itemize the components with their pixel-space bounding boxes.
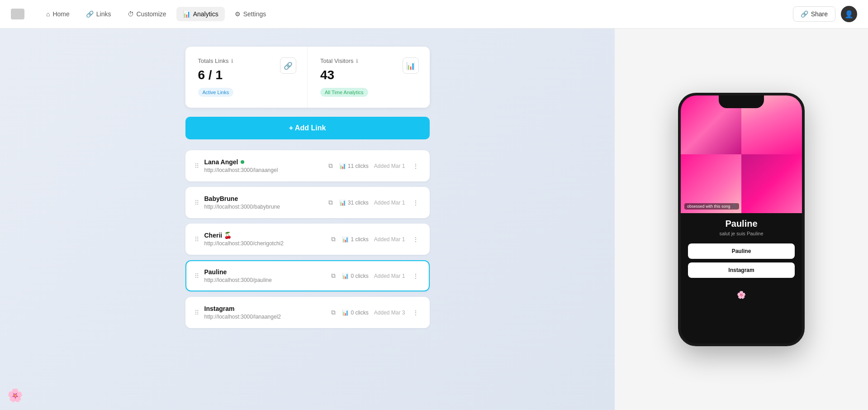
bar-chart-icon: 📊 (339, 200, 346, 206)
stat-card-visitors: Total Visitors ℹ 📊 43 All Time Analytics (308, 47, 430, 108)
nav-label-settings: Settings (243, 10, 266, 18)
clicks-badge: 📊 0 clicks (342, 273, 368, 279)
drag-handle: ⠿ (194, 309, 199, 316)
copy-button[interactable]: ⧉ (327, 160, 335, 172)
clicks-badge: 📊 31 clicks (339, 200, 369, 206)
link-meta: ⧉ 📊 31 clicks (327, 197, 369, 208)
more-button[interactable]: ⋮ (411, 234, 421, 245)
added-date: Added Mar 1 (374, 236, 405, 243)
phone-username: Pauline (688, 219, 795, 229)
copy-button[interactable]: ⧉ (327, 197, 335, 208)
nav-item-home[interactable]: ⌂ Home (40, 7, 76, 21)
nav-item-analytics[interactable]: 📊 Analytics (176, 7, 225, 21)
link-info: Instagram http://localhost:3000/lanaange… (204, 305, 324, 320)
link-info: Pauline http://localhost:3000/pauline (204, 268, 324, 283)
link-item[interactable]: ⠿ Cherii 🍒 http://localhost:3000/cherigo… (185, 224, 430, 255)
link-item[interactable]: ⠿ Lana Angel http://localhost:3000/lanaa… (185, 150, 430, 181)
analytics-icon: 📊 (183, 10, 190, 18)
link-url: http://localhost:3000/lanaangel (204, 167, 321, 173)
info-icon-links: ℹ (231, 58, 233, 64)
copy-button[interactable]: ⧉ (329, 270, 337, 281)
main-layout: Totals Links ℹ 🔗 6 / 1 Active Links Tota… (0, 29, 868, 410)
bottom-left-flower-icon: 🌸 (7, 388, 23, 403)
link-url: http://localhost:3000/babybrune (204, 204, 321, 210)
added-date: Added Mar 3 (374, 310, 405, 316)
link-url: http://localhost:3000/lanaangel2 (204, 314, 324, 320)
link-url: http://localhost:3000/pauline (204, 277, 324, 283)
logo-image (11, 9, 24, 19)
added-date: Added Mar 1 (374, 200, 405, 206)
link-name: Instagram (204, 305, 324, 312)
drag-handle: ⠿ (194, 199, 199, 206)
stat-badge-links: Active Links (198, 88, 234, 97)
person-silhouette-4 (741, 154, 802, 213)
link-name: Lana Angel (204, 158, 321, 166)
bar-chart-icon: 📊 (342, 273, 349, 279)
phone-buttons-container: PaulineInstagram (688, 243, 795, 278)
nav-label-home: Home (52, 10, 69, 18)
phone-link-button[interactable]: Instagram (688, 262, 795, 278)
clicks-badge: 📊 0 clicks (342, 310, 368, 316)
stats-row: Totals Links ℹ 🔗 6 / 1 Active Links Tota… (185, 47, 430, 108)
phone-screen: obsessed with this song 🎵 Pauline salut … (681, 95, 802, 343)
link-meta: ⧉ 📊 0 clicks (329, 270, 368, 281)
phone-panel: obsessed with this song 🎵 Pauline salut … (615, 29, 868, 410)
link-name: Cherii 🍒 (204, 232, 324, 239)
more-button[interactable]: ⋮ (411, 307, 421, 318)
link-item[interactable]: ⠿ BabyBrune http://localhost:3000/babybr… (185, 187, 430, 218)
copy-button[interactable]: ⧉ (329, 234, 337, 245)
links-list: ⠿ Lana Angel http://localhost:3000/lanaa… (185, 150, 430, 328)
nav-item-customize[interactable]: ⏱ Customize (121, 7, 173, 21)
add-link-button[interactable]: + Add Link (185, 117, 430, 139)
link-meta: ⧉ 📊 11 clicks (327, 160, 369, 172)
home-icon: ⌂ (46, 10, 50, 18)
copy-button[interactable]: ⧉ (329, 307, 337, 318)
phone-footer: 🌸 (681, 287, 802, 303)
nav-label-analytics: Analytics (193, 10, 218, 18)
logo (11, 7, 29, 21)
link-item[interactable]: ⠿ Instagram http://localhost:3000/lanaan… (185, 297, 430, 328)
nav-label-customize: Customize (137, 10, 166, 18)
added-date: Added Mar 1 (374, 273, 405, 279)
phone-mockup: obsessed with this song 🎵 Pauline salut … (678, 93, 805, 346)
more-button[interactable]: ⋮ (411, 161, 421, 172)
bar-chart-icon: 📊 (339, 163, 346, 169)
more-button[interactable]: ⋮ (411, 271, 421, 281)
share-button[interactable]: 🔗 Share (793, 6, 835, 22)
navbar: ⌂ Home 🔗 Links ⏱ Customize 📊 Analytics ⚙… (0, 0, 868, 29)
link-name: BabyBrune (204, 195, 321, 202)
links-icon: 🔗 (86, 10, 94, 18)
phone-bio: salut je suis Pauline (688, 231, 795, 236)
add-link-label: + Add Link (289, 124, 326, 132)
nav-right: 🔗 Share 👤 (793, 6, 857, 22)
link-meta: ⧉ 📊 0 clicks (329, 307, 368, 318)
nav-item-settings[interactable]: ⚙ Settings (228, 7, 273, 21)
phone-profile-section: Pauline salut je suis Pauline PaulineIns… (681, 213, 802, 287)
user-icon: 👤 (844, 10, 854, 19)
phone-images-grid: obsessed with this song 🎵 (681, 95, 802, 213)
nav-label-links: Links (96, 10, 111, 18)
share-icon: 🔗 (801, 10, 808, 18)
share-label: Share (811, 10, 828, 18)
nav-item-links[interactable]: 🔗 Links (80, 7, 118, 21)
content-inner: Totals Links ℹ 🔗 6 / 1 Active Links Tota… (185, 47, 430, 334)
avatar-button[interactable]: 👤 (841, 6, 857, 22)
bar-chart-icon: 📊 (342, 310, 349, 316)
links-stat-icon: 🔗 (280, 57, 296, 74)
clicks-badge: 📊 1 clicks (342, 236, 368, 243)
more-button[interactable]: ⋮ (411, 197, 421, 208)
phone-link-button[interactable]: Pauline (688, 243, 795, 259)
stat-card-links: Totals Links ℹ 🔗 6 / 1 Active Links (185, 47, 308, 108)
link-item[interactable]: ⠿ Pauline http://localhost:3000/pauline … (185, 260, 430, 291)
link-info: Cherii 🍒 http://localhost:3000/cherigotc… (204, 232, 324, 247)
drag-handle: ⠿ (194, 236, 199, 243)
stat-badge-visitors: All Time Analytics (320, 88, 368, 97)
link-info: Lana Angel http://localhost:3000/lanaang… (204, 158, 321, 173)
phone-footer-icon: 🌸 (737, 291, 746, 299)
added-date: Added Mar 1 (374, 163, 405, 169)
link-url: http://localhost:3000/cherigotchi2 (204, 240, 324, 247)
drag-handle: ⠿ (194, 272, 199, 280)
link-name: Pauline (204, 268, 324, 276)
settings-icon: ⚙ (235, 10, 241, 18)
clicks-badge: 📊 11 clicks (339, 163, 369, 169)
